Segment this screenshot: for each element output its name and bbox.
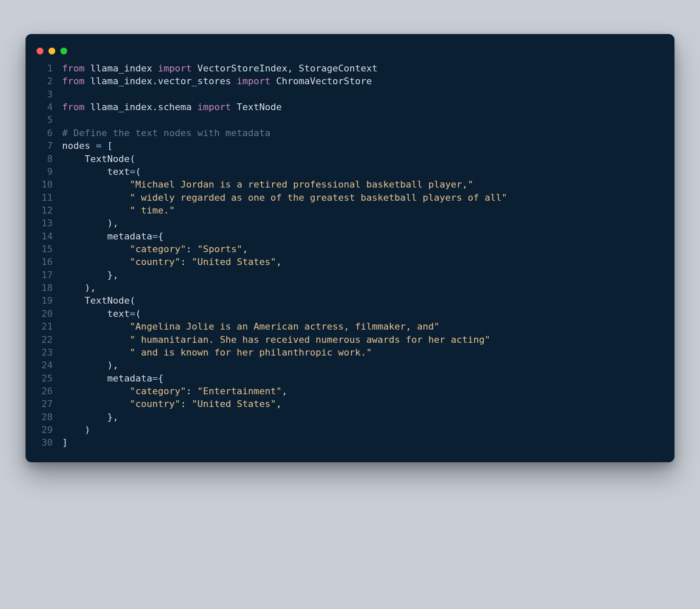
line-content[interactable]: " time."	[62, 204, 666, 217]
line-content[interactable]: TextNode(	[62, 294, 666, 307]
token-id: llama_index.schema	[85, 102, 197, 112]
token-pun: (	[130, 154, 135, 164]
line-content[interactable]: " widely regarded as one of the greatest…	[62, 191, 666, 204]
code-line[interactable]: 15 "category": "Sports",	[34, 243, 666, 256]
code-line[interactable]: 7nodes = [	[34, 139, 666, 152]
line-content[interactable]	[62, 88, 666, 101]
line-content[interactable]	[62, 114, 666, 126]
token-kw: from	[62, 102, 85, 112]
code-line[interactable]: 11 " widely regarded as one of the great…	[34, 191, 666, 204]
line-content[interactable]: "Michael Jordan is a retired professiona…	[62, 178, 666, 191]
line-content[interactable]: nodes = [	[62, 139, 666, 152]
token-str: "category"	[130, 386, 186, 396]
zoom-icon[interactable]	[60, 48, 67, 54]
code-line[interactable]: 28 },	[34, 411, 666, 424]
line-content[interactable]: },	[62, 269, 666, 282]
code-line[interactable]: 1from llama_index import VectorStoreInde…	[34, 62, 666, 75]
line-content[interactable]: text=(	[62, 165, 666, 178]
code-line[interactable]: 21 "Angelina Jolie is an American actres…	[34, 320, 666, 333]
code-line[interactable]: 18 ),	[34, 282, 666, 294]
code-line[interactable]: 27 "country": "United States",	[34, 398, 666, 410]
line-content[interactable]: " humanitarian. She has received numerou…	[62, 333, 666, 346]
token-pun: )	[107, 218, 113, 228]
token-kw: import	[197, 102, 231, 112]
line-content[interactable]: text=(	[62, 307, 666, 320]
line-number: 9	[34, 165, 62, 178]
token-id	[62, 424, 85, 435]
token-pun: ,	[282, 386, 287, 396]
token-id: TextNode	[231, 102, 282, 112]
line-content[interactable]: # Define the text nodes with metadata	[62, 127, 666, 139]
line-number: 8	[34, 153, 62, 165]
line-number: 7	[34, 139, 62, 152]
code-line[interactable]: 9 text=(	[34, 165, 666, 178]
line-number: 13	[34, 217, 62, 230]
code-line[interactable]: 12 " time."	[34, 204, 666, 217]
token-id	[62, 205, 130, 216]
token-pun: (	[130, 295, 135, 306]
token-kw: import	[158, 63, 191, 74]
code-line[interactable]: 20 text=(	[34, 307, 666, 320]
code-line[interactable]: 24 ),	[34, 359, 666, 372]
code-line[interactable]: 29 )	[34, 424, 666, 436]
close-icon[interactable]	[37, 48, 43, 54]
token-kw: import	[237, 76, 270, 86]
code-line[interactable]: 10 "Michael Jordan is a retired professi…	[34, 178, 666, 191]
code-line[interactable]: 5	[34, 114, 666, 126]
code-line[interactable]: 25 metadata={	[34, 372, 666, 385]
line-content[interactable]: metadata={	[62, 372, 666, 385]
line-content[interactable]: " and is known for her philanthropic wor…	[62, 346, 666, 359]
line-content[interactable]: "country": "United States",	[62, 256, 666, 268]
line-content[interactable]: from llama_index import VectorStoreIndex…	[62, 62, 666, 75]
line-content[interactable]: },	[62, 411, 666, 424]
code-line[interactable]: 8 TextNode(	[34, 153, 666, 165]
line-content[interactable]: "Angelina Jolie is an American actress, …	[62, 320, 666, 333]
token-str: "Michael Jordan is a retired professiona…	[130, 179, 473, 190]
line-content[interactable]: "category": "Entertainment",	[62, 385, 666, 398]
line-number: 2	[34, 75, 62, 88]
code-line[interactable]: 17 },	[34, 269, 666, 282]
line-number: 27	[34, 398, 62, 410]
code-line[interactable]: 26 "category": "Entertainment",	[34, 385, 666, 398]
line-content[interactable]: from llama_index.schema import TextNode	[62, 101, 666, 114]
line-content[interactable]: ),	[62, 359, 666, 372]
minimize-icon[interactable]	[48, 48, 55, 54]
token-id: text	[62, 166, 130, 177]
line-content[interactable]: metadata={	[62, 230, 666, 243]
line-content[interactable]: TextNode(	[62, 153, 666, 165]
token-kw: from	[62, 63, 85, 74]
token-pun: ,	[113, 412, 118, 422]
line-content[interactable]: "country": "United States",	[62, 398, 666, 410]
line-content[interactable]: from llama_index.vector_stores import Ch…	[62, 75, 666, 88]
line-content[interactable]: )	[62, 424, 666, 436]
line-content[interactable]: ),	[62, 217, 666, 230]
token-id	[62, 347, 130, 358]
token-str: "category"	[130, 244, 186, 254]
line-number: 29	[34, 424, 62, 436]
code-line[interactable]: 23 " and is known for her philanthropic …	[34, 346, 666, 359]
code-editor[interactable]: 1from llama_index import VectorStoreInde…	[34, 62, 666, 450]
line-content[interactable]: ),	[62, 282, 666, 294]
code-line[interactable]: 19 TextNode(	[34, 294, 666, 307]
code-line[interactable]: 3	[34, 88, 666, 101]
token-id	[62, 360, 107, 370]
code-line[interactable]: 14 metadata={	[34, 230, 666, 243]
token-id	[62, 218, 107, 228]
line-number: 22	[34, 333, 62, 346]
code-line[interactable]: 16 "country": "United States",	[34, 256, 666, 268]
line-content[interactable]: "category": "Sports",	[62, 243, 666, 256]
code-line[interactable]: 30]	[34, 436, 666, 449]
code-line[interactable]: 22 " humanitarian. She has received nume…	[34, 333, 666, 346]
line-number: 21	[34, 320, 62, 333]
line-content[interactable]: ]	[62, 436, 666, 449]
line-number: 14	[34, 230, 62, 243]
code-line[interactable]: 2from llama_index.vector_stores import C…	[34, 75, 666, 88]
code-line[interactable]: 6# Define the text nodes with metadata	[34, 127, 666, 139]
token-str: "Sports"	[197, 244, 242, 254]
line-number: 30	[34, 436, 62, 449]
code-line[interactable]: 4from llama_index.schema import TextNode	[34, 101, 666, 114]
token-id	[62, 334, 130, 345]
line-number: 11	[34, 191, 62, 204]
code-line[interactable]: 13 ),	[34, 217, 666, 230]
token-pun: )	[107, 360, 113, 370]
